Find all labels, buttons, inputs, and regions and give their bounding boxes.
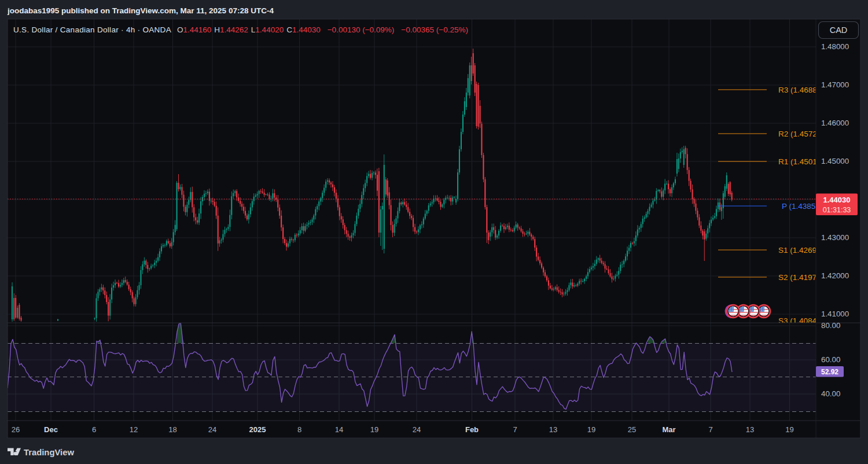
svg-text:52.92: 52.92 [821,368,838,376]
svg-text:1.45000: 1.45000 [821,157,849,165]
svg-text:1.44030: 1.44030 [823,196,851,204]
svg-text:13: 13 [746,425,754,434]
svg-text:24: 24 [208,425,216,434]
svg-text:13: 13 [549,425,557,434]
svg-text:12: 12 [130,425,138,434]
svg-text:24: 24 [413,425,421,434]
svg-text:19: 19 [785,425,793,434]
svg-text:1.46000: 1.46000 [821,119,849,127]
svg-text:joodabas1995 published on Trad: joodabas1995 published on TradingView.co… [7,6,274,15]
svg-text:14: 14 [335,425,343,434]
svg-text:80.00: 80.00 [821,321,840,330]
svg-text:1.42000: 1.42000 [821,271,849,280]
svg-text:25: 25 [628,425,636,434]
svg-text:TradingView: TradingView [24,448,74,457]
svg-text:Feb: Feb [465,425,479,434]
svg-text:19: 19 [370,425,378,434]
svg-text:7: 7 [513,425,517,434]
svg-text:2025: 2025 [249,425,266,434]
svg-text:CAD: CAD [830,25,848,35]
svg-text:01:31:33: 01:31:33 [823,206,851,214]
svg-text:60.00: 60.00 [821,355,840,364]
svg-text:26: 26 [12,425,20,434]
svg-text:6: 6 [92,425,96,434]
svg-text:19: 19 [587,425,595,434]
svg-text:1.48000: 1.48000 [821,42,849,51]
svg-text:18: 18 [168,425,176,434]
svg-text:7: 7 [708,425,712,434]
svg-text:1.47000: 1.47000 [821,80,849,89]
svg-text:1.41000: 1.41000 [821,310,849,318]
svg-text:40.00: 40.00 [821,389,840,398]
svg-text:Mar: Mar [662,425,675,434]
svg-text:1.43000: 1.43000 [821,233,849,242]
svg-text:8: 8 [297,425,301,434]
svg-text:Dec: Dec [44,425,58,434]
